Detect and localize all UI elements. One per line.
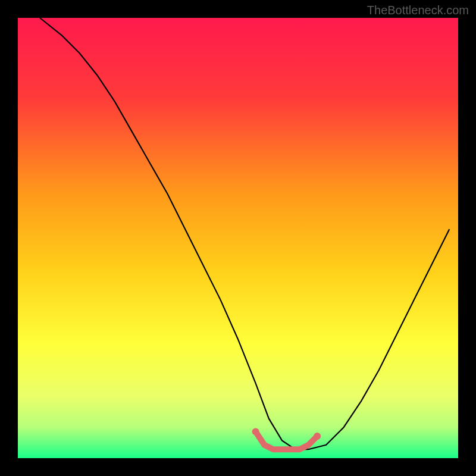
highlight-endpoint	[252, 428, 259, 436]
watermark-label: TheBottleneck.com	[367, 4, 469, 17]
plot-area	[18, 18, 458, 458]
highlight-endpoint	[314, 433, 321, 440]
bottleneck-chart	[0, 0, 476, 476]
chart-container: TheBottleneck.com	[0, 0, 476, 476]
